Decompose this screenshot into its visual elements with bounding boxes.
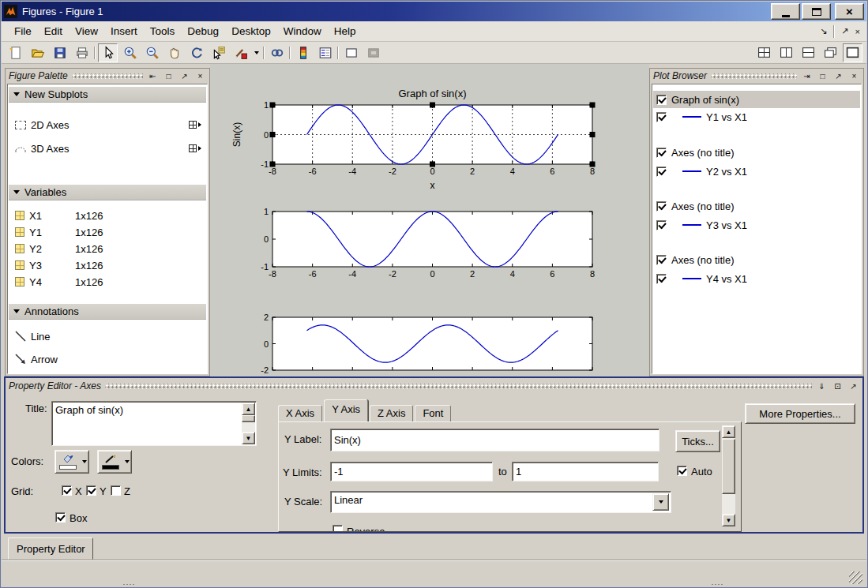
reverse-checkbox[interactable]	[333, 525, 343, 532]
section-variables[interactable]: Variables	[9, 185, 206, 200]
tab-x-axis[interactable]: X Axis	[278, 405, 322, 421]
tab-content-scrollbar[interactable]: ▲ ▼	[722, 425, 735, 526]
brush-dropdown-icon[interactable]	[254, 51, 259, 54]
save-figure-button[interactable]	[50, 43, 70, 62]
maximize-panel-icon[interactable]: □	[817, 71, 829, 81]
visibility-checkbox[interactable]	[656, 167, 667, 177]
visibility-checkbox[interactable]	[656, 255, 667, 265]
variable-row-y1[interactable]: Y1 1x126	[9, 223, 206, 241]
box-checkbox[interactable]	[55, 512, 66, 522]
scroll-up-icon[interactable]: ▲	[242, 403, 255, 415]
maximize-view-button[interactable]	[843, 43, 862, 62]
grid-x-checkbox[interactable]	[62, 485, 72, 496]
scroll-up-icon[interactable]: ▲	[722, 425, 735, 438]
zoom-out-button[interactable]	[142, 43, 162, 62]
undock-panel-icon[interactable]: ↗	[178, 71, 190, 81]
hide-plot-tools-button[interactable]	[341, 43, 361, 62]
dock-figure-icon[interactable]: ↘	[820, 26, 827, 36]
grid-y-checkbox[interactable]	[86, 485, 96, 496]
undock-panel-icon[interactable]: ↗	[847, 381, 859, 391]
pin-left-icon[interactable]: ⇤	[147, 71, 159, 81]
browser-item-axes1[interactable]: Graph of sin(x)	[653, 91, 860, 108]
menu-help[interactable]: Help	[328, 23, 363, 39]
minimize-button[interactable]	[771, 3, 800, 20]
panel-texture[interactable]	[711, 73, 797, 79]
panel-texture[interactable]	[105, 384, 812, 389]
pin-right-icon[interactable]: ⇥	[801, 71, 813, 81]
splitter-handle[interactable]	[711, 583, 723, 586]
visibility-checkbox[interactable]	[656, 201, 667, 212]
collapse-panel-icon[interactable]: ⇓	[816, 381, 828, 391]
annotation-item-arrow[interactable]: Arrow	[9, 350, 206, 368]
palette-item-3d-axes[interactable]: 3D Axes	[9, 140, 206, 157]
menu-view[interactable]: View	[69, 23, 104, 39]
resize-grip[interactable]	[849, 571, 862, 584]
menu-edit[interactable]: Edit	[38, 23, 69, 39]
undock-figure-icon[interactable]: ↗	[841, 26, 848, 36]
menu-debug[interactable]: Debug	[181, 23, 225, 39]
insert-legend-button[interactable]	[315, 43, 335, 62]
menu-desktop[interactable]: Desktop	[225, 23, 277, 39]
section-new-subplots[interactable]: New Subplots	[9, 87, 206, 103]
y-scale-dropdown-button[interactable]	[652, 493, 669, 511]
axes-title-input[interactable]: Graph of sin(x) ▲ ▼	[51, 401, 257, 446]
variable-row-x1[interactable]: X1 1x126	[9, 207, 206, 224]
variable-row-y4[interactable]: Y4 1x126	[9, 273, 206, 290]
scrollbar-thumb[interactable]	[722, 439, 735, 494]
close-figure-icon[interactable]: ×	[855, 27, 860, 36]
brush-data-button[interactable]	[231, 43, 250, 62]
tile-grid-button[interactable]	[754, 43, 774, 62]
scrollbar-thumb[interactable]	[242, 415, 255, 422]
browser-item-axes3[interactable]: Axes (no title)	[653, 197, 860, 215]
y-label-input[interactable]	[330, 429, 659, 451]
link-plots-button[interactable]	[267, 43, 287, 62]
show-plot-tools-button[interactable]	[363, 43, 383, 62]
close-panel-icon[interactable]: ×	[194, 71, 206, 81]
zoom-in-button[interactable]	[120, 43, 140, 62]
y-limit-max-input[interactable]	[512, 462, 659, 481]
line-color-button[interactable]	[97, 450, 132, 474]
restore-panel-icon[interactable]: ⊡	[832, 381, 844, 391]
close-button[interactable]: ×	[835, 3, 864, 20]
visibility-checkbox[interactable]	[656, 112, 667, 122]
variable-row-y2[interactable]: Y2 1x126	[9, 240, 206, 257]
undock-panel-icon[interactable]: ↗	[832, 71, 844, 81]
browser-item-axes4[interactable]: Axes (no title)	[653, 251, 860, 268]
insert-colorbar-button[interactable]	[293, 43, 313, 62]
panel-texture[interactable]	[72, 73, 143, 79]
browser-item-y2[interactable]: Y2 vs X1	[653, 163, 860, 180]
data-cursor-button[interactable]	[209, 43, 228, 62]
subplot-grid-picker[interactable]	[189, 144, 201, 152]
pan-button[interactable]	[164, 43, 184, 62]
visibility-checkbox[interactable]	[656, 95, 667, 105]
annotation-item-line[interactable]: Line	[9, 328, 206, 345]
scroll-down-icon[interactable]: ▼	[242, 432, 255, 444]
visibility-checkbox[interactable]	[656, 148, 667, 158]
subplot-grid-picker[interactable]	[189, 121, 201, 129]
browser-item-y4[interactable]: Y4 vs X1	[653, 270, 860, 287]
close-panel-icon[interactable]: ×	[848, 71, 860, 81]
grid-z-checkbox[interactable]	[111, 485, 121, 496]
line-color-dropdown[interactable]	[122, 460, 131, 463]
property-editor-tab[interactable]: Property Editor	[8, 537, 93, 560]
menu-window[interactable]: Window	[277, 23, 328, 39]
tile-horizontal-button[interactable]	[798, 43, 818, 62]
tab-y-axis[interactable]: Y Axis	[324, 399, 368, 421]
browser-item-y3[interactable]: Y3 vs X1	[653, 216, 860, 234]
rotate-3d-button[interactable]	[186, 43, 206, 62]
fill-color-button[interactable]	[54, 450, 89, 474]
browser-item-axes2[interactable]: Axes (no title)	[653, 144, 860, 161]
title-scrollbar[interactable]: ▲ ▼	[242, 403, 255, 444]
open-file-button[interactable]	[28, 43, 47, 62]
scroll-down-icon[interactable]: ▼	[722, 514, 735, 526]
variable-row-y3[interactable]: Y3 1x126	[9, 257, 206, 274]
tab-font[interactable]: Font	[415, 405, 451, 421]
menu-file[interactable]: File	[8, 23, 38, 39]
new-figure-button[interactable]	[6, 43, 25, 62]
edit-plot-button[interactable]	[98, 43, 118, 62]
maximize-button[interactable]	[802, 3, 831, 20]
auto-limits-checkbox[interactable]	[677, 466, 687, 476]
splitter-handle[interactable]	[122, 583, 135, 586]
more-properties-button[interactable]: More Properties...	[745, 403, 855, 424]
palette-item-2d-axes[interactable]: 2D Axes	[9, 116, 206, 133]
